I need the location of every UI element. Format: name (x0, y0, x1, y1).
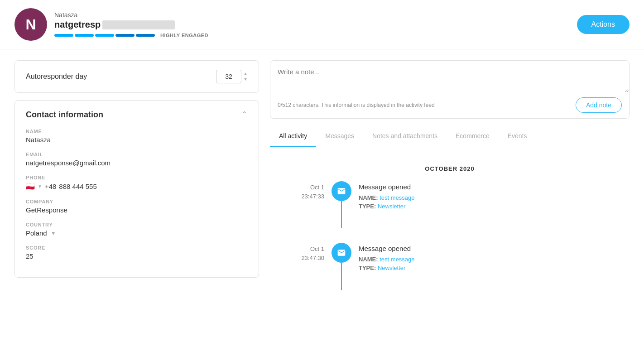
activity-connector-2 (341, 263, 342, 290)
bar-seg-4 (115, 34, 135, 37)
note-char-hint: 0/512 characters. This information is di… (278, 102, 435, 108)
bar-seg-3 (95, 34, 114, 37)
header-info: Natasza natgetresp HIGHLY ENGAGED (54, 11, 577, 38)
activity-name-2: NAME: test message (359, 256, 415, 263)
phone-number: 888 444 555 (59, 183, 96, 190)
email-field: EMAIL natgetresponse@gmail.com (26, 152, 248, 167)
activity-line-2 (332, 243, 351, 290)
activity-item-2: Oct 1 23:47:30 Message opened NAME: test… (270, 243, 630, 290)
country-value: Poland (26, 229, 47, 237)
spin-buttons: ▲ ▼ (243, 72, 248, 82)
tab-events[interactable]: Events (499, 126, 536, 147)
avatar: N (14, 8, 47, 41)
activity-content-2: Message opened NAME: test message TYPE: … (359, 243, 415, 273)
note-card: 0/512 characters. This information is di… (270, 60, 630, 119)
tab-messages[interactable]: Messages (316, 126, 363, 147)
poland-flag-icon: 🇵🇱 (26, 182, 35, 191)
company-field: COMPANY GetResponse (26, 199, 248, 214)
actions-button[interactable]: Actions (577, 15, 630, 34)
left-panel: Autoresponder day ▲ ▼ Contact informatio… (14, 60, 259, 278)
activity-name-1: NAME: test message (359, 194, 415, 201)
phone-prefix: +48 (45, 183, 56, 190)
name-label: NAME (26, 129, 248, 134)
spin-up-button[interactable]: ▲ (243, 72, 248, 76)
activity-title-1: Message opened (359, 183, 415, 191)
chevron-up-icon[interactable]: ⌃ (241, 110, 248, 120)
autoresponder-card: Autoresponder day ▲ ▼ (14, 60, 259, 93)
email-label: EMAIL (26, 152, 248, 157)
activity-type-1: TYPE: Newsletter (359, 203, 415, 210)
activity-type-2: TYPE: Newsletter (359, 265, 415, 271)
autoresponder-label: Autoresponder day (26, 72, 87, 81)
name-value: Natasza (26, 136, 248, 144)
score-value: 25 (26, 252, 248, 260)
country-label: COUNTRY (26, 222, 248, 227)
main-layout: Autoresponder day ▲ ▼ Contact informatio… (0, 49, 644, 323)
country-dropdown-arrow[interactable]: ▼ (51, 230, 56, 236)
phone-row: 🇵🇱 ▼ +48 888 444 555 (26, 182, 248, 191)
note-textarea[interactable] (270, 61, 629, 92)
activity-line-1 (332, 181, 351, 228)
score-label: SCORE (26, 245, 248, 250)
tab-notes-attachments[interactable]: Notes and attachments (363, 126, 447, 147)
country-select-wrap: Poland ▼ (26, 229, 248, 237)
autoresponder-input[interactable] (216, 70, 241, 83)
spin-down-button[interactable]: ▼ (243, 77, 248, 82)
engagement-bar (54, 34, 155, 37)
country-field: COUNTRY Poland ▼ (26, 222, 248, 237)
phone-dropdown-arrow[interactable]: ▼ (38, 184, 42, 189)
contact-card-header: Contact information ⌃ (26, 110, 248, 120)
activity-time-2: Oct 1 23:47:30 (288, 243, 324, 262)
company-value: GetResponse (26, 206, 248, 214)
note-footer: 0/512 characters. This information is di… (270, 94, 629, 118)
message-open-icon-2 (332, 243, 351, 263)
email-value: natgetresponse@gmail.com (26, 159, 248, 167)
phone-field: PHONE 🇵🇱 ▼ +48 888 444 555 (26, 175, 248, 191)
activity-connector-1 (341, 201, 342, 228)
activity-time-1: Oct 1 23:47:33 (288, 181, 324, 201)
tab-all-activity[interactable]: All activity (270, 126, 316, 147)
autoresponder-input-wrap: ▲ ▼ (216, 70, 248, 83)
right-panel: 0/512 characters. This information is di… (270, 60, 630, 312)
activity-title-2: Message opened (359, 245, 415, 252)
score-field: SCORE 25 (26, 245, 248, 260)
contact-card-title: Contact information (26, 110, 103, 120)
engagement-row: HIGHLY ENGAGED (54, 33, 577, 38)
tab-ecommerce[interactable]: Ecommerce (447, 126, 499, 147)
contact-name: Natasza (54, 11, 577, 19)
add-note-button[interactable]: Add note (576, 97, 622, 113)
activity-item: Oct 1 23:47:33 Message opened NAME: test… (270, 181, 630, 228)
company-label: COMPANY (26, 199, 248, 204)
bar-seg-2 (75, 34, 94, 37)
message-open-icon-1 (332, 181, 351, 201)
contact-card: Contact information ⌃ NAME Natasza EMAIL… (14, 100, 259, 278)
activity-feed: OCTOBER 2020 Oct 1 23:47:33 Message (270, 154, 630, 312)
phone-label: PHONE (26, 175, 248, 180)
bar-seg-1 (54, 34, 73, 37)
activity-content-1: Message opened NAME: test message TYPE: … (359, 181, 415, 212)
name-field: NAME Natasza (26, 129, 248, 144)
month-label: OCTOBER 2020 (270, 165, 630, 172)
contact-email: natgetresp (54, 19, 577, 30)
tabs-bar: All activity Messages Notes and attachme… (270, 126, 630, 147)
header: N Natasza natgetresp HIGHLY ENGAGED Acti… (0, 0, 644, 49)
bar-seg-5 (136, 34, 155, 37)
engagement-label: HIGHLY ENGAGED (160, 33, 208, 38)
